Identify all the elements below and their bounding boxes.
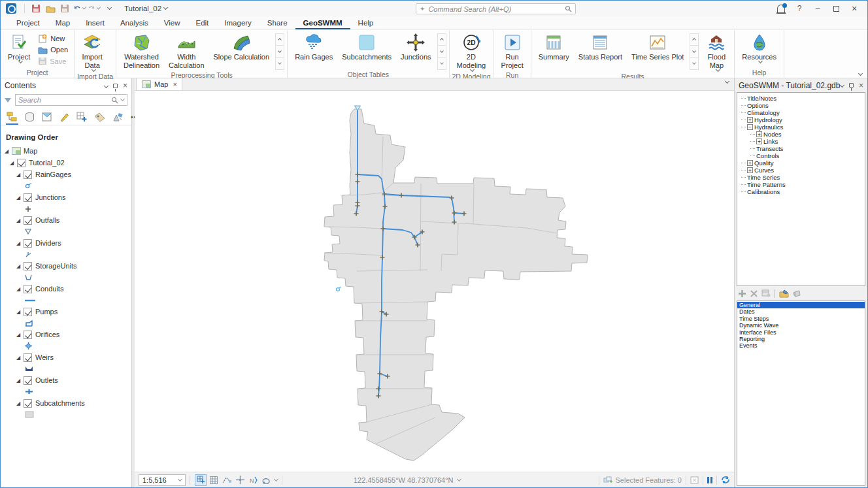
group-scroll-buttons[interactable] xyxy=(275,33,284,70)
help-button[interactable]: ? xyxy=(790,2,809,15)
expander-icon[interactable]: ◢ xyxy=(16,240,23,246)
layer-checkbox[interactable] xyxy=(24,239,32,248)
layer-checkbox[interactable] xyxy=(24,193,32,202)
junction-symbol[interactable] xyxy=(1,203,131,214)
options-list-item-events[interactable]: Events xyxy=(737,342,865,349)
expand-icon[interactable]: + xyxy=(747,160,753,166)
ribbon-tab-map[interactable]: Map xyxy=(48,18,78,29)
resources-button[interactable]: Resources xyxy=(737,31,781,63)
tree-node-weirs[interactable]: ◢Weirs xyxy=(1,351,131,363)
notifications-button[interactable] xyxy=(772,2,790,15)
divider-symbol[interactable] xyxy=(1,249,131,260)
panel-menu-chevron-icon[interactable] xyxy=(104,83,108,88)
pin-icon[interactable] xyxy=(849,83,854,88)
contents-search-input[interactable]: Search xyxy=(15,94,127,106)
options-list-item-interface-files[interactable]: Interface Files xyxy=(737,329,865,336)
geoswmm-tree-node-controls[interactable]: Controls xyxy=(739,152,863,159)
tree-node-junctions[interactable]: ◢Junctions xyxy=(1,191,131,203)
north-arrow-tool[interactable]: N xyxy=(247,474,259,486)
geoswmm-tree-node-links[interactable]: +Links xyxy=(739,138,863,145)
grid-toggle[interactable] xyxy=(208,474,220,486)
junctions-button[interactable]: Junctions xyxy=(396,31,435,62)
tree-node-outfalls[interactable]: ◢Outfalls xyxy=(1,214,131,226)
watershed-delineation-button[interactable]: Watershed Delineation xyxy=(119,31,164,71)
ribbon-tab-help[interactable]: Help xyxy=(350,18,382,29)
expand-icon[interactable]: + xyxy=(756,138,762,144)
open-project-icon[interactable] xyxy=(44,3,57,14)
close-button[interactable]: × xyxy=(845,2,863,15)
search-options-chevron-icon[interactable] xyxy=(120,97,125,101)
sketch-constraints-toggle[interactable] xyxy=(221,474,233,486)
snapping-toggle[interactable] xyxy=(195,474,207,486)
ribbon-tab-imagery[interactable]: Imagery xyxy=(216,18,259,29)
tree-node-conduits[interactable]: ◢Conduits xyxy=(1,283,131,295)
outfall-symbol[interactable] xyxy=(1,226,131,237)
width-calculation-button[interactable]: Width Calculation xyxy=(164,31,209,71)
save-button[interactable]: Save xyxy=(36,56,70,67)
slope-calculation-button[interactable]: Slope Calculation xyxy=(209,31,275,62)
expander-icon[interactable]: ◢ xyxy=(16,263,23,269)
save-project-icon[interactable] xyxy=(29,3,42,14)
app-logo-icon[interactable] xyxy=(6,3,16,14)
options-list-item-general[interactable]: General xyxy=(737,302,865,308)
collapse-ribbon-button[interactable] xyxy=(858,71,863,76)
geoswmm-tree-node-hydraulics[interactable]: −Hydraulics xyxy=(739,123,863,131)
move-tool[interactable] xyxy=(234,474,246,486)
subcatchments-button[interactable]: Subcatchments xyxy=(337,31,396,62)
layer-checkbox[interactable] xyxy=(24,376,32,385)
open-table-button[interactable] xyxy=(793,289,801,298)
conduit-symbol[interactable] xyxy=(1,295,131,306)
tree-node-map[interactable]: ◢Map xyxy=(1,145,131,157)
geoswmm-tree-node-hydrology[interactable]: +Hydrology xyxy=(739,116,863,123)
options-list-item-dynamic-wave[interactable]: Dynamic Wave xyxy=(737,322,865,329)
tree-node-pumps[interactable]: ◢Pumps xyxy=(1,306,131,317)
tree-node-storageunits[interactable]: ◢StorageUnits xyxy=(1,260,131,272)
command-search-input[interactable]: ✦ Command Search (Alt+Q) xyxy=(416,3,576,14)
undo-button[interactable] xyxy=(73,3,86,14)
list-by-drawing-order-tab[interactable] xyxy=(6,110,18,125)
ribbon-tab-project[interactable]: Project xyxy=(8,18,48,29)
layer-checkbox[interactable] xyxy=(24,262,32,270)
minimize-button[interactable]: – xyxy=(809,2,827,15)
project-button[interactable]: Project xyxy=(3,31,35,63)
status-report-button[interactable]: Status Report xyxy=(574,31,627,62)
status-tools-chevron-icon[interactable] xyxy=(274,476,278,481)
map-coordinates[interactable]: 122.4558455°W 48.7370764°N xyxy=(354,476,461,484)
geoswmm-tree-node-calibrations[interactable]: Calibrations xyxy=(739,188,863,195)
tree-node-dividers[interactable]: ◢Dividers xyxy=(1,237,131,249)
expander-icon[interactable]: ◢ xyxy=(16,172,23,178)
list-by-data-source-tab[interactable] xyxy=(24,110,35,125)
geoswmm-tree-node-options[interactable]: Options xyxy=(739,102,863,109)
ribbon-tab-share[interactable]: Share xyxy=(259,18,295,29)
edit-properties-button[interactable] xyxy=(779,289,789,298)
quick-access-overflow[interactable] xyxy=(101,3,114,14)
expander-icon[interactable]: ◢ xyxy=(16,332,23,338)
expand-icon[interactable]: + xyxy=(756,131,762,137)
open-button[interactable]: Open xyxy=(36,44,70,56)
expander-icon[interactable]: ◢ xyxy=(16,355,23,361)
redo-button[interactable] xyxy=(87,3,100,14)
geoswmm-tree-node-transects[interactable]: Transects xyxy=(739,145,863,152)
expander-icon[interactable]: ◢ xyxy=(5,148,11,154)
list-by-labeling-tab[interactable] xyxy=(93,110,106,125)
layer-checkbox[interactable] xyxy=(24,353,32,362)
group-scroll-buttons[interactable] xyxy=(437,33,446,70)
close-tab-icon[interactable]: × xyxy=(173,80,176,88)
ribbon-tab-edit[interactable]: Edit xyxy=(188,18,216,29)
options-list-item-reporting[interactable]: Reporting xyxy=(737,336,865,342)
layer-checkbox[interactable] xyxy=(24,399,32,408)
time-series-plot-button[interactable]: Time Series Plot xyxy=(627,31,688,62)
add-item-button[interactable] xyxy=(738,289,746,298)
expander-icon[interactable]: ◢ xyxy=(10,160,16,166)
orifice-symbol[interactable] xyxy=(1,340,131,351)
expand-icon[interactable]: + xyxy=(747,117,753,123)
expander-icon[interactable]: ◢ xyxy=(16,378,23,383)
tree-node-group[interactable]: ◢Tutorial_02 xyxy=(1,157,131,169)
pump-symbol[interactable] xyxy=(1,317,131,329)
tree-node-orifices[interactable]: ◢Orifices xyxy=(1,329,131,340)
subcatchment-symbol[interactable] xyxy=(1,409,131,420)
expander-icon[interactable]: ◢ xyxy=(16,309,23,315)
storage-symbol[interactable] xyxy=(1,272,131,283)
geoswmm-tree-node-title-notes[interactable]: Title/Notes xyxy=(739,95,863,102)
expander-icon[interactable]: ◢ xyxy=(16,400,23,406)
